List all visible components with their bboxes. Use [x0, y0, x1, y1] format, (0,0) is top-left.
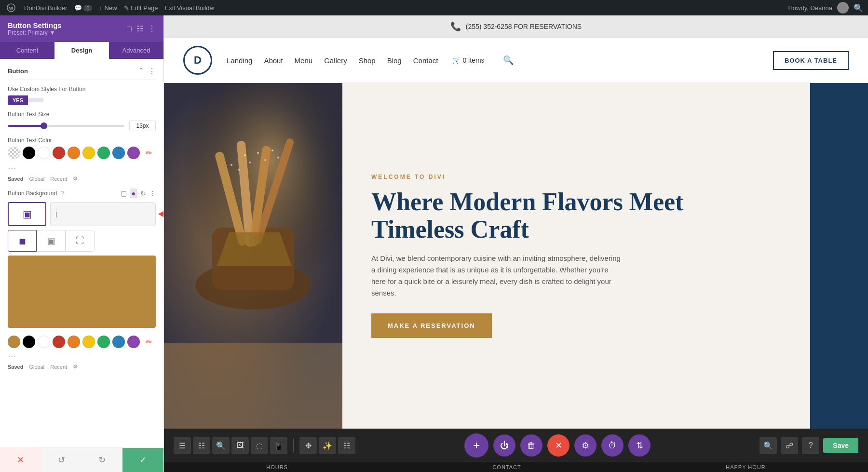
nav-gallery[interactable]: Gallery [324, 56, 347, 65]
tab-advanced[interactable]: Advanced [109, 42, 163, 59]
wordpress-logo[interactable]: W [5, 1, 17, 14]
toolbar-help-btn[interactable]: ? [802, 437, 819, 454]
swatch-transparent[interactable] [8, 147, 20, 159]
swatch2-white[interactable] [38, 336, 50, 348]
sliders-btn[interactable]: ⇅ [628, 434, 651, 457]
tab-content[interactable]: Content [0, 42, 54, 59]
undo-btn[interactable]: ↺ [41, 448, 82, 472]
swatch-black[interactable] [23, 147, 35, 159]
monitor-icon: ▣ [23, 208, 32, 220]
swatch2-red[interactable] [53, 336, 65, 348]
toolbar-grid-btn[interactable]: ☷ [193, 437, 210, 454]
site-name-link[interactable]: DonDivi Builder [24, 4, 68, 12]
admin-search-icon[interactable]: 🔍 [854, 3, 863, 13]
nav-shop[interactable]: Shop [359, 56, 376, 65]
swatch-red[interactable] [53, 147, 65, 159]
swatch-yellow[interactable] [82, 147, 95, 159]
edit-page-link[interactable]: ✎ Edit Page [124, 4, 158, 12]
panel-grid-icon[interactable]: ☷ [136, 24, 143, 33]
text-size-value[interactable]: 13px [129, 121, 156, 131]
global-tab[interactable]: Global [29, 176, 44, 182]
saved-tab2[interactable]: Saved [8, 364, 23, 370]
bg-type-gradient[interactable]: ▣ [37, 230, 66, 252]
swatch2-black[interactable] [23, 336, 35, 348]
cancel-btn[interactable]: ✕ [0, 448, 41, 472]
redo-btn[interactable]: ↻ [82, 448, 123, 472]
collapse-icon[interactable]: ⌃ [138, 67, 144, 76]
bg-type-image[interactable]: ⛶ [66, 230, 95, 252]
panel-more-icon[interactable]: ⋮ [148, 24, 156, 33]
toolbar-desktop-btn[interactable]: 🖼 [231, 437, 249, 454]
section-more-icon[interactable]: ⋮ [148, 67, 156, 76]
recent-tab[interactable]: Recent [50, 176, 67, 182]
bg-help-icon[interactable]: ? [61, 190, 64, 197]
swatch2-golden[interactable] [8, 336, 20, 348]
exit-builder-link[interactable]: Exit Visual Builder [165, 4, 216, 12]
save-button[interactable]: Save [823, 438, 858, 453]
saved-tab[interactable]: Saved [8, 176, 23, 182]
global-tab2[interactable]: Global [29, 364, 44, 370]
tab-design[interactable]: Design [54, 42, 109, 59]
swatch-purple[interactable] [127, 147, 140, 159]
reservation-btn[interactable]: MAKE A RESERVATION [371, 313, 492, 338]
book-table-btn[interactable]: BOOK A TABLE [773, 51, 849, 70]
bg-active-btn[interactable]: ● [130, 189, 137, 198]
bg-type-color[interactable]: ◼ [8, 230, 37, 252]
nav-menu[interactable]: Menu [295, 56, 313, 65]
nav-about[interactable]: About [264, 56, 283, 65]
swatch2-orange[interactable] [68, 336, 80, 348]
slider-thumb[interactable] [41, 122, 47, 129]
toolbar-layers-btn[interactable]: ☍ [781, 437, 798, 454]
power-btn[interactable]: ⏻ [493, 434, 515, 457]
more-swatches: ⋯ [8, 163, 156, 174]
nav-blog[interactable]: Blog [387, 56, 402, 65]
add-module-btn[interactable]: + [464, 433, 488, 458]
bg-monitor-box[interactable]: ▣ [8, 202, 46, 226]
swatch-green[interactable] [97, 147, 110, 159]
swatch2-blue[interactable] [112, 336, 125, 348]
swatch2-pencil[interactable]: ✏ [142, 336, 155, 348]
swatch-pencil[interactable]: ✏ [142, 147, 155, 159]
clock-btn[interactable]: ⏱ [601, 434, 624, 457]
confirm-btn[interactable]: ✓ [122, 448, 163, 472]
toolbar-magic-btn[interactable]: ✨ [319, 437, 336, 454]
bg-type-icons: ◼ ▣ ⛶ [8, 230, 156, 252]
bg-more-btn[interactable]: ⋮ [149, 189, 156, 197]
red-arrow [158, 210, 163, 218]
swatch2-yellow[interactable] [82, 336, 95, 348]
swatch-white[interactable] [38, 147, 50, 159]
bg-input-area[interactable]: | [50, 202, 156, 226]
toolbar-mobile-btn[interactable]: 📱 [270, 437, 287, 454]
toolbar-search-right[interactable]: 🔍 [760, 437, 777, 454]
toolbar-table-btn[interactable]: ☷ [338, 437, 355, 454]
toolbar-crop-btn[interactable]: ✥ [299, 437, 317, 454]
panel-copy-icon[interactable]: □ [127, 25, 132, 33]
swatch-blue[interactable] [112, 147, 125, 159]
nav-landing[interactable]: Landing [227, 56, 252, 65]
toggle-no[interactable] [28, 98, 43, 102]
color-settings-icon[interactable]: ⚙ [73, 175, 78, 182]
bg-reset-btn[interactable]: ↻ [140, 189, 146, 197]
more-colors-icon[interactable]: ⋯ [8, 163, 16, 174]
swatch-orange[interactable] [68, 147, 80, 159]
site-search-icon[interactable]: 🔍 [503, 55, 514, 66]
close-action-btn[interactable]: ✕ [547, 434, 570, 457]
text-size-track[interactable] [8, 125, 124, 127]
use-custom-toggle[interactable]: YES [8, 95, 156, 105]
color-settings2-icon[interactable]: ⚙ [73, 364, 78, 370]
toggle-yes[interactable]: YES [8, 95, 28, 105]
toolbar-menu-btn[interactable]: ☰ [174, 437, 191, 454]
trash-btn[interactable]: 🗑 [520, 434, 542, 457]
toolbar-tablet-btn[interactable]: ◌ [251, 437, 268, 454]
new-link[interactable]: + New [99, 4, 117, 12]
toolbar-search-btn[interactable]: 🔍 [212, 437, 230, 454]
recent-tab2[interactable]: Recent [50, 364, 67, 370]
settings-btn[interactable]: ⚙ [574, 434, 597, 457]
swatch2-purple[interactable] [127, 336, 140, 348]
bg-monitor-btn[interactable]: ▢ [121, 189, 127, 197]
more-colors2-icon[interactable]: ⋯ [8, 351, 16, 362]
swatch2-green[interactable] [97, 336, 110, 348]
cart-area[interactable]: 🛒 0 items [452, 56, 484, 64]
nav-contact[interactable]: Contact [413, 56, 438, 65]
color-preview-big[interactable] [8, 256, 156, 328]
